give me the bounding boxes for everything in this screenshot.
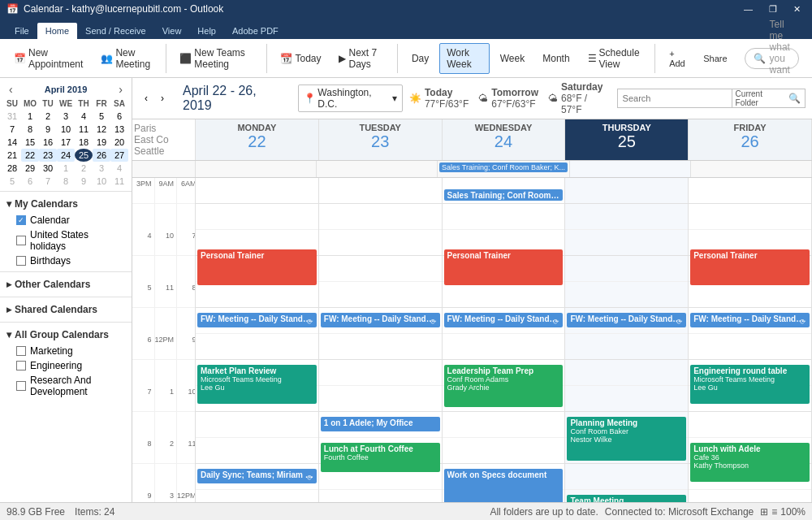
mini-cal-day[interactable]: 5	[93, 110, 110, 123]
mini-cal-next[interactable]: ›	[116, 83, 125, 96]
mini-cal-day[interactable]: 1	[21, 110, 39, 123]
today-button[interactable]: 📆 Today	[273, 49, 328, 68]
event-th1[interactable]: FW: Meeting -- Daily Standup; Co⟳	[567, 313, 686, 327]
mini-cal-day[interactable]: 21	[3, 149, 21, 162]
mini-cal-day[interactable]: 6	[21, 175, 39, 188]
sales-training-event[interactable]: Sales Training; Conf Room Baker; K...	[439, 162, 568, 172]
view-icon-2[interactable]: ≡	[771, 506, 777, 518]
mini-cal-day[interactable]: 11	[75, 123, 93, 136]
day-number-24[interactable]: 24	[443, 132, 565, 151]
mini-cal-day[interactable]: 25	[75, 149, 93, 162]
mini-cal-day[interactable]: 1	[57, 162, 75, 175]
mini-cal-day[interactable]: 27	[110, 149, 128, 162]
new-teams-meeting-button[interactable]: ⬛ New Teams Meeting	[172, 43, 259, 74]
event-w2[interactable]: Personal Trainer	[444, 249, 564, 285]
tab-view[interactable]: View	[154, 23, 190, 39]
event-f1[interactable]: Personal Trainer	[690, 249, 810, 285]
mini-cal-day[interactable]: 22	[21, 149, 39, 162]
event-f4[interactable]: Lunch with AdeleCafe 36Kathy Thompson	[690, 443, 810, 482]
mini-cal-day[interactable]: 16	[39, 136, 57, 149]
day-number-22[interactable]: 22	[196, 132, 318, 151]
mini-cal-day[interactable]: 31	[3, 110, 21, 123]
mini-cal-prev[interactable]: ‹	[6, 83, 15, 96]
research-checkbox[interactable]	[16, 381, 26, 391]
search-submit-button[interactable]: 🔍	[784, 93, 805, 104]
sidebar-item-marketing[interactable]: Marketing	[6, 344, 125, 358]
tab-help[interactable]: Help	[189, 23, 224, 39]
event-m1[interactable]: Personal Trainer	[197, 249, 317, 285]
event-th2[interactable]: Planning MeetingConf Room BakerNestor Wi…	[567, 417, 686, 461]
day-number-23[interactable]: 23	[319, 132, 442, 151]
mini-cal-day[interactable]: 17	[57, 136, 75, 149]
minimize-button[interactable]: —	[739, 4, 758, 15]
event-m2[interactable]: FW: Meeting -- Daily Standup; Co⟳	[197, 313, 317, 327]
day-number-26[interactable]: 26	[689, 132, 811, 151]
mini-cal-day[interactable]: 19	[93, 136, 110, 149]
cal-prev-button[interactable]: ‹	[139, 89, 153, 107]
tell-me-box[interactable]: 🔍 Tell me what you want to do	[745, 48, 799, 69]
event-w1[interactable]: Sales Training; Conf Room Baker; K...	[444, 189, 564, 201]
share-button[interactable]: Share	[696, 50, 734, 67]
mini-cal-day[interactable]: 28	[3, 162, 21, 175]
mini-cal-day[interactable]: 3	[57, 110, 75, 123]
mini-cal-day[interactable]: 20	[110, 136, 128, 149]
mini-cal-day[interactable]: 8	[21, 123, 39, 136]
mini-cal-day[interactable]: 10	[93, 175, 110, 188]
work-week-button[interactable]: Work Week	[439, 43, 490, 74]
tab-home[interactable]: Home	[37, 23, 77, 39]
marketing-checkbox[interactable]	[16, 346, 26, 356]
location-dropdown[interactable]: 📍 Washington, D.C. ▾	[298, 84, 403, 112]
mini-cal-day[interactable]: 12	[93, 123, 110, 136]
mini-cal-day[interactable]: 18	[75, 136, 93, 149]
tab-adobe-pdf[interactable]: Adobe PDF	[224, 23, 287, 39]
day-number-25[interactable]: 25	[565, 132, 688, 151]
tab-file[interactable]: File	[6, 23, 37, 39]
group-calendars-header[interactable]: ▾ All Group Calendars	[6, 326, 125, 344]
event-f3[interactable]: Engineering round tableMicrosoft Teams M…	[690, 365, 810, 404]
new-appointment-button[interactable]: 📅 New Appointment	[6, 43, 90, 74]
close-button[interactable]: ✕	[788, 4, 806, 15]
mini-cal-day[interactable]: 13	[110, 123, 128, 136]
month-view-button[interactable]: Month	[535, 49, 577, 68]
schedule-view-button[interactable]: ☰ Schedule View	[581, 43, 649, 74]
event-m4[interactable]: Daily Sync; Teams; Miriam Graham⟳	[197, 469, 317, 483]
mini-cal-day[interactable]: 7	[3, 123, 21, 136]
restore-button[interactable]: ❐	[764, 4, 782, 15]
event-t2[interactable]: 1 on 1 Adele; My Office	[321, 417, 440, 431]
mini-cal-day[interactable]: 23	[39, 149, 57, 162]
view-icon-1[interactable]: ⊞	[760, 506, 768, 518]
event-w4[interactable]: Leadership Team PrepConf Room AdamsGrady…	[444, 365, 564, 407]
sidebar-item-calendar[interactable]: ✓ Calendar	[6, 213, 125, 228]
mini-cal-day[interactable]: 9	[75, 175, 93, 188]
search-input[interactable]	[618, 93, 732, 103]
sidebar-item-birthdays[interactable]: Birthdays	[6, 254, 125, 268]
mini-cal-day[interactable]: 30	[39, 162, 57, 175]
mini-cal-day[interactable]: 4	[75, 110, 93, 123]
mini-cal-day[interactable]: 11	[110, 175, 128, 188]
event-m3[interactable]: Market Plan ReviewMicrosoft Teams Meetin…	[197, 365, 317, 404]
week-view-button[interactable]: Week	[493, 49, 532, 68]
sidebar-item-research[interactable]: Research And Development	[6, 373, 125, 399]
event-th3[interactable]: Team MeetingConf Room RainierJoni Sherma…	[567, 495, 686, 502]
mini-cal-day[interactable]: 8	[57, 175, 75, 188]
tab-send-receive[interactable]: Send / Receive	[77, 23, 154, 39]
shared-calendars-header[interactable]: ▸ Shared Calendars	[6, 301, 125, 318]
mini-cal-day[interactable]: 10	[57, 123, 75, 136]
event-w5[interactable]: Work on Specs document	[444, 469, 564, 502]
event-t1[interactable]: FW: Meeting -- Daily Standup; Co⟳	[321, 313, 440, 327]
new-meeting-button[interactable]: 👥 New Meeting	[93, 43, 158, 74]
mini-cal-day[interactable]: 26	[93, 149, 110, 162]
sidebar-item-us-holidays[interactable]: United States holidays	[6, 228, 125, 254]
mini-cal-day[interactable]: 29	[21, 162, 39, 175]
mini-cal-day[interactable]: 3	[93, 162, 110, 175]
add-button[interactable]: + Add	[662, 45, 693, 72]
mini-cal-day[interactable]: 5	[3, 175, 21, 188]
mini-cal-day[interactable]: 2	[39, 110, 57, 123]
mini-cal-day[interactable]: 2	[75, 162, 93, 175]
my-calendars-header[interactable]: ▾ My Calendars	[6, 195, 125, 213]
us-holidays-checkbox[interactable]	[16, 236, 26, 245]
calendar-checkbox[interactable]: ✓	[16, 215, 26, 225]
mini-cal-day[interactable]: 14	[3, 136, 21, 149]
mini-cal-day[interactable]: 4	[110, 162, 128, 175]
event-t3[interactable]: Lunch at Fourth CoffeeFourth Coffee	[321, 443, 440, 472]
